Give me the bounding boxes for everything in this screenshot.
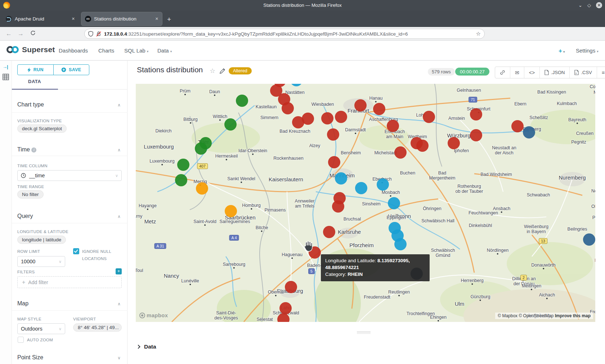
tab-close-icon[interactable]: ✕ [72,17,75,21]
add-new-button[interactable]: +▾ [559,47,565,55]
data-point[interactable] [175,174,187,186]
email-button[interactable]: ✉ [510,67,524,78]
data-point[interactable] [416,140,429,152]
add-filter-box[interactable]: + Add filter [17,276,122,288]
time-column-select[interactable]: __time ∨ [17,170,122,181]
data-point[interactable] [354,99,367,112]
section-point-size[interactable]: Point Size [17,354,43,361]
chevron-up-icon[interactable]: ∧ [117,147,121,153]
nav-data[interactable]: Data▾ [157,47,172,54]
forward-icon[interactable]: → [18,30,24,37]
embed-code-button[interactable]: <> [524,67,539,78]
nav-dashboards[interactable]: Dashboards [59,47,88,54]
share-link-button[interactable] [495,67,510,78]
data-point[interactable] [423,111,435,123]
data-point[interactable] [282,102,294,114]
data-point[interactable] [470,108,482,120]
altered-badge[interactable]: Altered [229,67,252,74]
save-button[interactable]: SAVE [53,65,89,75]
map-attribution[interactable]: © Mapbox © OpenStreetMap Improve this ma… [495,313,593,319]
viz-type-value[interactable]: deck.gl Scatterplot [17,124,67,133]
deckgl-scatterplot-map[interactable]: PrümDaunNastättenGelnhausenBad Kissingen… [136,84,595,322]
data-point[interactable] [321,112,333,124]
data-point[interactable] [388,197,400,209]
ignore-null-checkbox-row[interactable]: IGNORE NULLLOCATIONS [73,248,111,262]
data-point[interactable] [394,238,407,250]
add-filter-plus-icon[interactable]: + [116,268,122,274]
data-point[interactable] [285,281,297,293]
shield-icon[interactable] [88,31,93,37]
data-results-toggle[interactable]: Data [137,343,156,350]
data-point[interactable] [323,226,335,238]
checkbox-checked-icon[interactable] [73,248,79,254]
bookmark-star-icon[interactable]: ☆ [476,31,481,37]
tab-apache-druid[interactable]: Apache Druid ✕ [2,12,79,26]
url-text[interactable]: 172.18.0.4:32251/superset/explore/?form_… [104,31,473,37]
chevron-up-icon[interactable]: ∧ [117,301,121,306]
data-point[interactable] [328,156,340,168]
window-maximize-icon[interactable]: ◇ [587,3,591,8]
data-point[interactable] [377,178,389,191]
data-point[interactable] [279,302,292,314]
auto-zoom-row[interactable]: AUTO ZOOM [18,337,53,343]
data-point[interactable] [448,137,460,149]
favorite-star-icon[interactable]: ☆ [210,67,215,75]
lonlat-value[interactable]: longitude | latitude [17,236,66,244]
chevron-up-icon[interactable]: ∧ [117,214,121,219]
data-point[interactable] [523,126,535,138]
export-json-button[interactable]: .JSON [539,67,569,78]
data-point[interactable] [327,128,339,141]
map-style-select[interactable]: Outdoors ∨ [17,323,65,334]
section-time[interactable]: Time i [17,146,36,153]
data-point[interactable] [373,103,385,115]
run-button[interactable]: RUN [18,65,53,75]
dataset-grid-icon[interactable] [3,74,9,82]
chart-menu-button[interactable]: ≡ [597,67,605,78]
back-icon[interactable]: ← [6,30,12,37]
data-point[interactable] [177,159,189,171]
window-close-icon[interactable]: ✕ [596,2,602,8]
data-point[interactable] [196,182,208,195]
chevron-up-icon[interactable]: ∧ [117,103,121,108]
section-chart-type[interactable]: Chart type [17,101,44,108]
data-point[interactable] [302,113,314,125]
export-csv-button[interactable]: x .CSV [569,67,596,78]
data-point[interactable] [224,118,237,131]
new-tab-button[interactable]: + [167,15,171,23]
mapbox-logo[interactable]: mapbox [139,312,168,318]
data-point[interactable] [394,146,407,159]
url-bar[interactable]: 172.18.0.4:32251/superset/explore/?form_… [84,29,485,39]
data-point[interactable] [332,200,344,213]
chevron-down-icon[interactable]: ∨ [117,355,121,360]
section-query[interactable]: Query [17,213,33,219]
data-point[interactable] [225,205,237,217]
data-point[interactable] [236,95,248,107]
panel-drag-handle[interactable] [357,332,371,335]
settings-menu[interactable]: Settings▾ [576,47,599,54]
tab-close-icon[interactable]: ✕ [155,17,158,21]
checkbox-unchecked-icon[interactable] [18,337,24,343]
data-point[interactable] [335,172,347,185]
time-range-value[interactable]: No filter [17,190,44,199]
data-point[interactable] [387,120,399,132]
reload-icon[interactable] [30,30,36,37]
tab-data[interactable]: DATA [28,79,41,84]
viewport-value[interactable]: 8° 46' 45.28" | 49... [73,323,122,332]
data-point[interactable] [470,129,482,141]
collapse-panel-icon[interactable]: →| [3,64,8,69]
superset-logo[interactable]: Superset [6,45,55,54]
data-point[interactable] [355,182,367,194]
tab-stations-distribution[interactable]: ∞ Stations distribution ✕ [81,12,162,26]
nav-sql-lab[interactable]: SQL Lab▾ [124,47,148,54]
edit-pencil-icon[interactable] [220,68,225,75]
superset-navbar: Superset Dashboards Charts SQL Lab▾ Data… [0,41,605,61]
data-point[interactable] [195,142,207,155]
data-point[interactable] [583,233,595,246]
nav-charts[interactable]: Charts [98,47,114,54]
row-limit-select[interactable]: 10000 ∨ [17,256,65,267]
section-map[interactable]: Map [17,300,28,307]
insecure-lock-icon[interactable] [96,31,101,37]
data-point[interactable] [335,111,347,123]
window-minimize-icon[interactable]: ⌄ [578,3,582,8]
data-point[interactable] [511,120,524,132]
